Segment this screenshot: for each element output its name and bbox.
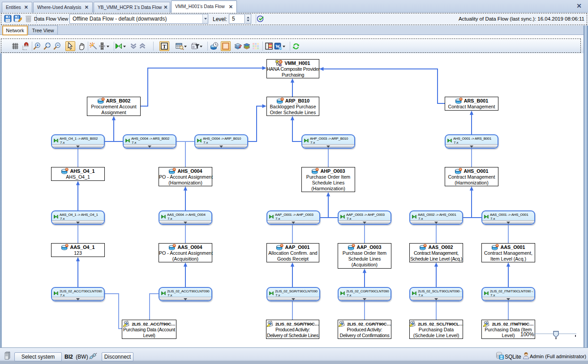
svg-text:T: T	[163, 43, 166, 50]
svg-text:H: H	[280, 60, 282, 63]
